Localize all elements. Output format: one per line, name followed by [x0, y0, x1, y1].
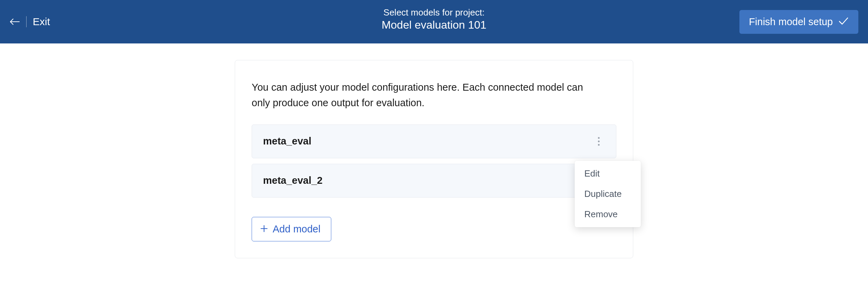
kebab-menu-icon[interactable] [593, 135, 605, 148]
add-model-label: Add model [273, 223, 321, 235]
exit-button[interactable]: Exit [10, 16, 50, 28]
add-model-button[interactable]: Add model [252, 217, 331, 241]
model-row[interactable]: meta_eval_2 [252, 164, 616, 198]
model-actions-dropdown: Edit Duplicate Remove [575, 161, 641, 227]
check-icon [838, 16, 849, 28]
header-title-group: Select models for project: Model evaluat… [382, 7, 486, 31]
dropdown-item-remove[interactable]: Remove [575, 204, 641, 224]
finish-setup-button[interactable]: Finish model setup [739, 10, 858, 34]
dropdown-item-edit[interactable]: Edit [575, 163, 641, 184]
model-name: meta_eval [263, 136, 311, 147]
exit-label: Exit [33, 16, 50, 28]
app-header: Exit Select models for project: Model ev… [0, 0, 868, 43]
model-row[interactable]: meta_eval Edit Duplicate Remove [252, 124, 616, 158]
header-subtitle: Select models for project: [382, 7, 486, 18]
plus-icon [260, 223, 268, 235]
svg-point-3 [598, 144, 600, 146]
svg-point-2 [598, 140, 600, 142]
svg-point-1 [598, 137, 600, 139]
main-content: You can adjust your model configurations… [0, 43, 868, 258]
model-configuration-panel: You can adjust your model configurations… [235, 60, 633, 258]
header-title: Model evaluation 101 [382, 19, 486, 31]
finish-setup-label: Finish model setup [749, 16, 833, 28]
model-name: meta_eval_2 [263, 175, 323, 186]
dropdown-item-duplicate[interactable]: Duplicate [575, 184, 641, 204]
panel-description: You can adjust your model configurations… [252, 80, 603, 111]
divider [26, 16, 27, 27]
arrow-left-icon [10, 18, 20, 26]
